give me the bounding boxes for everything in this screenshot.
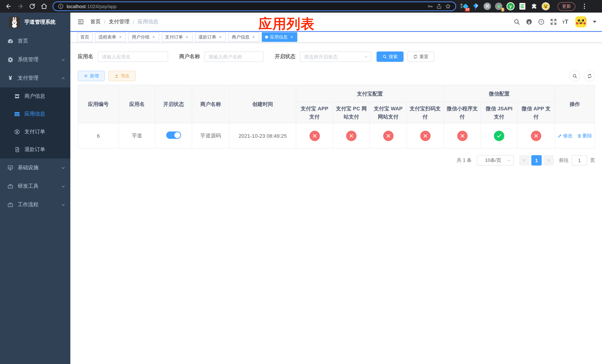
sidebar-collapse-icon[interactable] — [77, 18, 85, 26]
col-group-alipay: 支付宝配置 — [296, 85, 444, 102]
reload-icon[interactable] — [29, 3, 35, 10]
close-icon[interactable]: × — [251, 35, 256, 39]
extension-command-icon[interactable]: ⌘ — [484, 3, 491, 10]
current-page[interactable]: 1 — [531, 155, 542, 166]
dashboard-icon — [7, 38, 13, 44]
url-bar[interactable]: localhost :1024/pay/app — [53, 1, 456, 11]
sidebar: 芋道管理系统 首页 系统管理 — [0, 13, 70, 364]
extension-kite-icon[interactable] — [472, 3, 479, 10]
extension-camera-icon[interactable]: 1 — [495, 3, 502, 10]
github-icon[interactable] — [526, 19, 532, 25]
enabled-toggle[interactable] — [166, 131, 181, 139]
export-button[interactable]: 导出 — [108, 71, 136, 81]
col-merchant: 商户名称 — [192, 85, 229, 123]
tab-refund-order[interactable]: 退款订单× — [195, 32, 226, 42]
add-button[interactable]: 新增 — [78, 71, 105, 81]
sidebar-item-infrastructure[interactable]: 基础设施 — [0, 159, 70, 177]
search-icon[interactable] — [513, 19, 520, 25]
search-form: 应用名 商户名称 开启状态 搜索 — [78, 52, 595, 62]
app-name-input[interactable] — [98, 52, 168, 62]
sidebar-item-workflow[interactable]: 工作流程 — [0, 195, 70, 214]
status-select[interactable] — [300, 52, 371, 62]
browser-menu-icon[interactable] — [582, 3, 586, 10]
sidebar-item-merchant-info[interactable]: 商户信息 — [0, 87, 70, 105]
briefcase-icon — [7, 202, 13, 208]
breadcrumb-payment[interactable]: 支付管理 — [109, 19, 129, 25]
breadcrumb-home[interactable]: 首页 — [90, 19, 101, 25]
svg-text:?: ? — [540, 20, 542, 23]
delete-link[interactable]: 删除 — [577, 132, 592, 139]
tab-merchant-info[interactable]: 商户信息× — [228, 32, 259, 42]
font-size-icon[interactable]: TT — [562, 19, 568, 25]
extension-emoji-icon[interactable] — [542, 2, 550, 10]
bookmark-star-icon[interactable] — [445, 3, 451, 9]
yen-icon: ¥ — [7, 75, 13, 81]
sidebar-item-app-info[interactable]: 应用信息 — [0, 105, 70, 123]
top-navbar: 首页 / 支付管理 / 应用信息 ? — [70, 13, 602, 31]
tab-app-info[interactable]: 应用信息× — [262, 32, 297, 42]
back-icon[interactable] — [5, 3, 12, 10]
tab-home[interactable]: 首页 — [77, 32, 93, 42]
edit-link[interactable]: 修改 — [557, 132, 573, 139]
chevron-down-icon — [61, 184, 65, 188]
cell-created: 2021-10-23 08:49:25 — [229, 123, 296, 148]
password-key-icon[interactable] — [427, 3, 433, 9]
reset-button[interactable]: 重置 — [407, 52, 434, 62]
app-title: 芋道管理系统 — [24, 19, 55, 26]
app-table: 应用编号 应用名 开启状态 商户名称 创建时间 支付宝配置 微信配置 操作 支付… — [78, 85, 595, 149]
col-group-wechat: 微信配置 — [444, 85, 555, 102]
sidebar-item-refund-order[interactable]: 退款订单 — [0, 141, 70, 159]
sidebar-item-system[interactable]: 系统管理 — [0, 50, 70, 69]
cell-app-id: 6 — [78, 123, 119, 148]
prev-page-button[interactable] — [519, 155, 529, 166]
tags-view-bar: 首页 流程表单× 用户分组× 支付订单× 退款订单× 商户信息× 应用信息× — [70, 31, 602, 43]
merchant-name-input[interactable] — [204, 52, 264, 62]
jump-page-input[interactable] — [572, 155, 587, 166]
sidebar-item-payment[interactable]: ¥ 支付管理 — [0, 69, 70, 87]
status-alipay-qr — [420, 130, 430, 141]
browser-extensions: 10 ⌘ 1 y 更新 — [461, 2, 586, 11]
close-icon[interactable]: × — [218, 35, 223, 39]
close-icon[interactable]: × — [185, 35, 189, 39]
sidebar-item-dev-tools[interactable]: 研发工具 — [0, 177, 70, 195]
cell-app-name: 芋道 — [119, 123, 155, 148]
home-icon[interactable] — [41, 3, 47, 10]
help-icon[interactable]: ? — [538, 19, 544, 25]
page-title-annotation: 应用列表 — [258, 15, 315, 33]
extension-y-icon[interactable]: y — [506, 2, 515, 10]
col-created: 创建时间 — [229, 85, 296, 123]
close-icon[interactable]: × — [151, 35, 156, 39]
status-alipay-app — [309, 130, 320, 141]
toggle-search-button[interactable] — [569, 70, 580, 81]
sidebar-item-pay-order[interactable]: 支付订单 — [0, 123, 70, 141]
next-page-button[interactable] — [544, 155, 554, 166]
table-row: 6 芋道 芋道源码 2021-10-23 08:49:25 — [78, 123, 595, 148]
caret-down-icon[interactable] — [593, 21, 596, 23]
browser-update-button[interactable]: 更新 — [558, 2, 575, 11]
app-logo-row: 芋道管理系统 — [0, 13, 70, 32]
extensions-puzzle-icon[interactable] — [530, 3, 538, 10]
monitor-icon — [7, 165, 13, 171]
close-icon[interactable]: × — [290, 35, 294, 39]
tab-user-group[interactable]: 用户分组× — [129, 32, 159, 42]
search-button[interactable]: 搜索 — [376, 52, 404, 62]
close-icon[interactable]: × — [118, 35, 123, 39]
extension-badge: 1 — [501, 8, 504, 11]
navbar-actions: ? TT — [513, 16, 596, 27]
tab-pay-order[interactable]: 支付订单× — [162, 32, 193, 42]
extension-notes-icon[interactable] — [519, 3, 526, 10]
sidebar-item-home[interactable]: 首页 — [0, 32, 70, 50]
breadcrumb: 首页 / 支付管理 / 应用信息 — [90, 19, 159, 25]
forward-icon[interactable] — [17, 3, 24, 10]
refresh-button[interactable] — [584, 70, 595, 81]
col-wechat-lite: 微信小程序支付 — [444, 102, 481, 123]
extension-sketch-icon[interactable]: 10 — [461, 3, 468, 10]
status-wechat-lite — [457, 130, 467, 141]
table-toolbar: 新增 导出 — [78, 70, 595, 81]
site-info-icon[interactable] — [58, 3, 64, 9]
avatar[interactable] — [575, 16, 586, 27]
tab-process-form[interactable]: 流程表单× — [95, 32, 126, 42]
fullscreen-icon[interactable] — [550, 19, 557, 25]
share-icon[interactable] — [436, 3, 442, 9]
status-alipay-pc — [346, 130, 356, 141]
